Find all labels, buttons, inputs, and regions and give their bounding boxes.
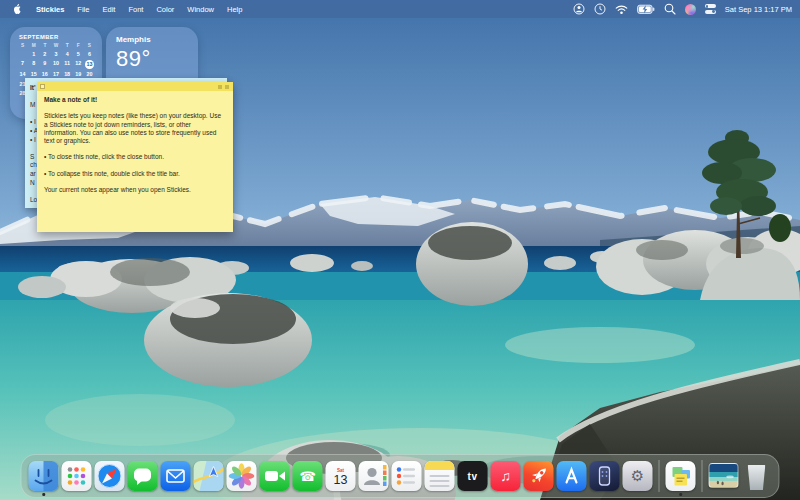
running-indicator bbox=[679, 493, 682, 496]
note-paragraph: Stickies lets you keep notes (like these… bbox=[44, 112, 226, 145]
dock-item-mail[interactable] bbox=[161, 461, 191, 491]
calendar-date: 1 bbox=[28, 51, 39, 58]
dock-item-reminders[interactable] bbox=[392, 461, 422, 491]
calendar-date: 5 bbox=[73, 51, 84, 58]
note-paragraph: Your current notes appear when you open … bbox=[44, 186, 226, 194]
dock-divider bbox=[659, 460, 660, 492]
note-zoom-button[interactable] bbox=[225, 85, 229, 89]
calendar-date: 10 bbox=[50, 60, 61, 67]
dock-item-messages[interactable] bbox=[128, 461, 158, 491]
dock-item-system-settings[interactable]: ⚙ bbox=[623, 461, 653, 491]
dock-item-app-store[interactable] bbox=[557, 461, 587, 491]
weather-city-label: Memphis bbox=[116, 35, 188, 44]
calendar-date: 9 bbox=[39, 60, 50, 67]
dock-item-music[interactable]: ♫ bbox=[491, 461, 521, 491]
dock-item-games[interactable] bbox=[524, 461, 554, 491]
note-title: Make a note of it! bbox=[44, 96, 226, 104]
dock-item-safari[interactable] bbox=[95, 461, 125, 491]
calendar-day-header: M bbox=[28, 43, 39, 48]
calendar-day-header: T bbox=[39, 43, 50, 48]
wifi-icon[interactable] bbox=[615, 2, 628, 16]
note-paragraph: • To close this note, click the close bu… bbox=[44, 153, 226, 161]
calendar-month-label: SEPTEMBER bbox=[19, 34, 95, 40]
dock-item-photo-stack[interactable] bbox=[709, 461, 739, 491]
dock-item-contacts[interactable] bbox=[359, 461, 389, 491]
dock-item-iphone-mirroring[interactable] bbox=[590, 461, 620, 491]
calendar-date bbox=[17, 51, 28, 58]
dock-item-finder[interactable] bbox=[29, 461, 59, 491]
menu-help[interactable]: Help bbox=[227, 5, 242, 14]
sticky-note-front[interactable]: Make a note of it! Stickies lets you kee… bbox=[37, 82, 233, 232]
menu-bar: Stickies File Edit Font Color Window Hel… bbox=[0, 0, 800, 18]
battery-charging-icon[interactable] bbox=[637, 2, 655, 16]
trash-icon bbox=[747, 465, 767, 490]
note-close-button[interactable] bbox=[40, 84, 45, 89]
calendar-day-header: F bbox=[73, 43, 84, 48]
calendar-date: 2 bbox=[39, 51, 50, 58]
dock: ☎ Sat 13 bbox=[21, 454, 780, 498]
calendar-date: 8 bbox=[28, 60, 39, 67]
calendar-date: 12 bbox=[73, 60, 84, 67]
dock-item-launchpad[interactable] bbox=[62, 461, 92, 491]
calendar-icon-day: 13 bbox=[334, 473, 348, 487]
dock-item-trash[interactable] bbox=[742, 461, 772, 491]
tv-icon-label: tv bbox=[468, 471, 478, 482]
menu-window[interactable]: Window bbox=[187, 5, 214, 14]
calendar-date-selected: 13 bbox=[85, 60, 94, 69]
gear-icon: ⚙ bbox=[631, 467, 644, 485]
sticky-note-title-bar[interactable] bbox=[37, 82, 233, 91]
running-indicator bbox=[42, 493, 45, 496]
dock-item-calendar[interactable]: Sat 13 bbox=[326, 461, 356, 491]
apple-menu[interactable] bbox=[12, 3, 23, 15]
dock-item-phone[interactable]: ☎ bbox=[293, 461, 323, 491]
calendar-day-header: S bbox=[17, 43, 28, 48]
desktop: Stickies File Edit Font Color Window Hel… bbox=[0, 0, 800, 500]
calendar-date: 7 bbox=[17, 60, 28, 67]
siri-icon[interactable] bbox=[685, 2, 696, 16]
weather-temperature: 89° bbox=[116, 46, 188, 72]
menu-file[interactable]: File bbox=[77, 5, 89, 14]
menu-color[interactable]: Color bbox=[156, 5, 174, 14]
note-paragraph: • To collapse this note, double click th… bbox=[44, 170, 226, 178]
dock-item-notes[interactable] bbox=[425, 461, 455, 491]
sticky-note-body: Make a note of it! Stickies lets you kee… bbox=[37, 91, 233, 207]
user-circle-icon[interactable] bbox=[573, 2, 585, 16]
control-center-icon[interactable] bbox=[705, 2, 716, 16]
dock-divider bbox=[702, 460, 703, 492]
dock-item-tv[interactable]: tv bbox=[458, 461, 488, 491]
dock-item-maps[interactable] bbox=[194, 461, 224, 491]
dock-item-photos[interactable] bbox=[227, 461, 257, 491]
calendar-date: 6 bbox=[84, 51, 95, 58]
note-minimize-button[interactable] bbox=[218, 85, 222, 89]
spotlight-search-icon[interactable] bbox=[664, 2, 676, 16]
calendar-date: 11 bbox=[62, 60, 73, 67]
dock-item-stickies[interactable] bbox=[666, 461, 696, 491]
calendar-day-header: T bbox=[62, 43, 73, 48]
calendar-date: 4 bbox=[62, 51, 73, 58]
calendar-day-header: S bbox=[84, 43, 95, 48]
calendar-date: 3 bbox=[50, 51, 61, 58]
dock-item-facetime[interactable] bbox=[260, 461, 290, 491]
menu-edit[interactable]: Edit bbox=[102, 5, 115, 14]
menubar-clock[interactable]: Sat Sep 13 1:17 PM bbox=[725, 5, 792, 14]
menu-font[interactable]: Font bbox=[128, 5, 143, 14]
calendar-day-header: W bbox=[50, 43, 61, 48]
clock-status-icon[interactable] bbox=[594, 2, 606, 16]
app-menu-stickies[interactable]: Stickies bbox=[36, 5, 64, 14]
